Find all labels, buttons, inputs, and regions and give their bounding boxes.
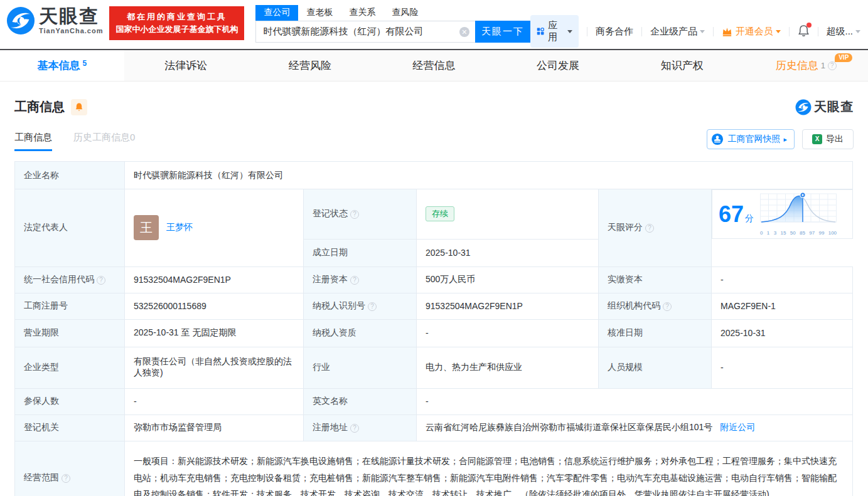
super-caret-icon [855, 30, 860, 33]
table-row: 企业名称 时代骐骥新能源科技（红河）有限公司 [15, 162, 853, 189]
subtab-business-info[interactable]: 工商信息 [14, 132, 52, 151]
history-help-icon[interactable]: ? [828, 61, 837, 70]
snapshot-arrow-icon: ▸ [783, 135, 787, 144]
tab-legal-litigation-label: 法律诉讼 [164, 58, 207, 73]
apps-label: 应用 [548, 19, 562, 43]
search-tab-risk[interactable]: 查风险 [383, 5, 426, 21]
vip-badge: VIP [835, 53, 852, 62]
score-label-text: 天眼评分 [608, 222, 643, 232]
official-snapshot-button[interactable]: 工商官网快照 ▸ [707, 129, 795, 149]
industry-value: 电力、热力生产和供应业 [417, 347, 599, 388]
staff-size-value: - [712, 347, 853, 388]
score-help-icon[interactable]: ? [645, 224, 654, 233]
nearby-companies-link[interactable]: 附近公司 [720, 422, 755, 432]
address-cell: 云南省红河哈尼族彝族自治州弥勒市福城街道章保社区章保居民小组101号 附近公司 [417, 414, 853, 441]
tab-operation-risk[interactable]: 经营风险 [248, 50, 372, 81]
tab-operation-info[interactable]: 经营信息 [372, 50, 496, 81]
reg-capital-label-text: 注册资本 [313, 274, 348, 284]
enterprise-caret-icon [700, 30, 705, 33]
nav-enterprise-products[interactable]: 企业级产品 [650, 26, 705, 38]
search-button[interactable]: 天眼一下 [475, 21, 530, 43]
tab-history-info[interactable]: VIP 历史信息 1 ? [744, 50, 868, 81]
top-header: 天眼查 TianYanCha.com 都在用的商业查询工具 国家中小企业发展子基… [0, 0, 868, 49]
banner-line2: 国家中小企业发展子基金旗下机构 [115, 23, 238, 36]
search-tab-relation[interactable]: 查关系 [341, 5, 383, 21]
orange-bell-icon [75, 102, 83, 112]
uscc-help-icon[interactable]: ? [97, 276, 105, 285]
legal-rep-cell: 王 王梦怀 [125, 189, 304, 267]
business-info-table: 企业名称 时代骐骥新能源科技（红河）有限公司 法定代表人 王 王梦怀 登记状态?… [14, 161, 853, 496]
search-input[interactable] [256, 21, 474, 42]
apps-caret-icon [567, 30, 572, 33]
watermark-logo: 天眼查 [795, 98, 854, 115]
subtab-history-business-info[interactable]: 历史工商信息0 [73, 132, 135, 151]
business-scope-value: 一般项目：新兴能源技术研发；新能源汽车换电设施销售；在线能源计量技术研发；合同能… [125, 441, 853, 496]
tab-company-development[interactable]: 公司发展 [496, 50, 620, 81]
english-name-label: 英文名称 [304, 388, 417, 414]
table-row: 统一社会信用代码? 91532504MAG2F9EN1P 注册资本? 500万人… [15, 266, 853, 293]
address-value: 云南省红河哈尼族彝族自治州弥勒市福城街道章保社区章保居民小组101号 [426, 422, 712, 432]
reg-authority-value: 弥勒市市场监督管理局 [125, 414, 304, 441]
nav-divider [713, 27, 714, 36]
org-code-help-icon[interactable]: ? [663, 302, 672, 311]
staff-size-label: 人员规模 [599, 347, 712, 388]
business-term-label: 营业期限 [15, 319, 125, 347]
score-cell[interactable]: 67 分 [712, 189, 853, 239]
header-nav: 应用 商务合作 企业级产品 开通会员 [530, 15, 860, 48]
banner-line1: 都在用的商业查询工具 [115, 11, 238, 23]
search-tab-company[interactable]: 查公司 [255, 5, 298, 21]
table-row: 法定代表人 王 王梦怀 登记状态? 存续 天眼评分? 67 分 [15, 189, 853, 240]
uscc-label-text: 统一社会信用代码 [24, 274, 94, 284]
apps-grid-icon [537, 26, 544, 36]
notification-dot [806, 23, 812, 28]
nav-open-vip[interactable]: 开通会员 [722, 26, 781, 38]
reg-number-value: 532526000115689 [125, 293, 304, 319]
vip-caret-icon [776, 30, 781, 33]
paid-capital-label: 实缴资本 [599, 266, 712, 293]
business-scope-label: 经营范围? [15, 441, 125, 496]
stamp-icon [711, 133, 724, 145]
search-tabs: 查公司 查老板 查关系 查风险 [255, 5, 530, 21]
tab-basic-info-label: 基本信息 [37, 58, 80, 73]
taxpayer-quality-value: - [417, 319, 599, 347]
search-area: 查公司 查老板 查关系 查风险 ✕ 天眼一下 [255, 5, 530, 43]
excel-icon: X [812, 134, 822, 144]
logo-domain: TianYanCha.com [39, 28, 103, 34]
reg-capital-help-icon[interactable]: ? [350, 276, 359, 285]
tab-legal-litigation[interactable]: 法律诉讼 [124, 50, 249, 81]
export-button[interactable]: X 导出 [802, 129, 854, 149]
search-tab-boss[interactable]: 查老板 [298, 5, 341, 21]
taxpayer-id-help-icon[interactable]: ? [368, 302, 377, 311]
reg-capital-label: 注册资本? [304, 266, 417, 293]
status-badge: 存续 [426, 206, 454, 221]
address-label: 注册地址? [304, 414, 417, 441]
table-row: 参保人数 - 英文名称 - [15, 388, 853, 414]
nav-business-cooperation[interactable]: 商务合作 [596, 26, 633, 38]
tab-company-development-label: 公司发展 [537, 58, 579, 73]
open-vip-label: 开通会员 [736, 26, 773, 38]
table-row: 工商注册号 532526000115689 纳税人识别号? 91532504MA… [15, 293, 853, 319]
legal-rep-link[interactable]: 王梦怀 [166, 222, 193, 233]
paid-capital-value: - [712, 266, 853, 293]
reg-status-help-icon[interactable]: ? [350, 210, 359, 219]
insured-value: - [125, 388, 304, 414]
business-scope-help-icon[interactable]: ? [62, 474, 70, 483]
tab-basic-info[interactable]: 基本信息 5 [0, 50, 124, 81]
address-help-icon[interactable]: ? [350, 424, 359, 433]
notifications-bell[interactable] [798, 24, 810, 39]
legal-rep-avatar[interactable]: 王 [134, 215, 159, 240]
nav-divider [789, 27, 790, 36]
tianyancha-logo[interactable]: 天眼查 TianYanCha.com [6, 6, 103, 35]
tab-intellectual-property[interactable]: 知识产权 [620, 50, 744, 81]
apps-menu[interactable]: 应用 [530, 15, 579, 48]
monitor-bell-button[interactable] [71, 99, 87, 115]
reg-status-cell: 存续 [417, 189, 599, 240]
score-value: 67 [719, 203, 744, 226]
company-type-value: 有限责任公司（非自然人投资或控股的法人独资) [125, 347, 304, 388]
clear-search-icon[interactable]: ✕ [459, 27, 469, 37]
table-row: 登记机关 弥勒市市场监督管理局 注册地址? 云南省红河哈尼族彝族自治州弥勒市福城… [15, 414, 853, 441]
address-label-text: 注册地址 [313, 422, 348, 432]
nav-super-member[interactable]: 超级... [826, 26, 860, 38]
snapshot-label: 工商官网快照 [727, 134, 780, 145]
established-label: 成立日期 [304, 239, 417, 266]
